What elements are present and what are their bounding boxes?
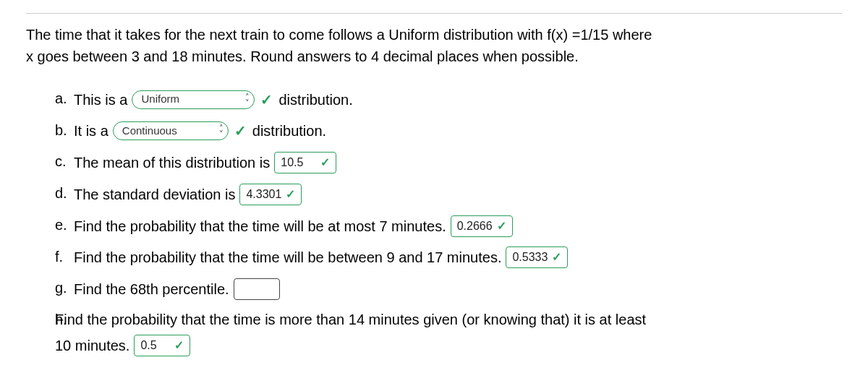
select-a[interactable]: Uniform ˄ ˅ bbox=[132, 90, 255, 109]
item-g: g. Find the 68th percentile. bbox=[55, 277, 842, 300]
question-list: a. This is a Uniform ˄ ˅ ✓ distribution.… bbox=[26, 87, 842, 356]
answer-f[interactable]: 0.5333 ✓ bbox=[506, 246, 568, 268]
check-icon: ✓ bbox=[234, 120, 247, 142]
answer-e-value: 0.2666 bbox=[457, 218, 493, 235]
answer-d-value: 4.3301 bbox=[246, 186, 281, 203]
item-b-prefix: It is a bbox=[74, 120, 109, 142]
item-b: b. It is a Continuous ˄ ˅ ✓ distribution… bbox=[55, 119, 842, 142]
item-d: d. The standard deviation is 4.3301 ✓ bbox=[55, 182, 842, 205]
answer-c[interactable]: 10.5 ✓ bbox=[274, 152, 336, 173]
check-icon: ✓ bbox=[286, 186, 295, 203]
answer-h-value: 0.5 bbox=[140, 337, 156, 354]
marker-b: b. bbox=[55, 119, 67, 141]
answer-h[interactable]: 0.5 ✓ bbox=[134, 335, 190, 356]
item-h-line2-prefix: 10 minutes. bbox=[55, 335, 129, 356]
chevron-up-down-icon: ˄ ˅ bbox=[245, 94, 250, 106]
top-rule bbox=[26, 13, 842, 14]
check-icon: ✓ bbox=[552, 249, 561, 266]
marker-h: h. bbox=[55, 309, 67, 330]
chevron-up-down-icon: ˄ ˅ bbox=[219, 125, 224, 137]
answer-d[interactable]: 4.3301 ✓ bbox=[239, 184, 302, 205]
marker-f: f. bbox=[55, 246, 63, 267]
select-a-value: Uniform bbox=[141, 91, 241, 108]
item-g-prefix: Find the 68th percentile. bbox=[74, 278, 229, 300]
item-a-prefix: This is a bbox=[74, 89, 127, 111]
item-a-suffix: distribution. bbox=[278, 89, 352, 111]
item-c-prefix: The mean of this distribution is bbox=[74, 152, 270, 173]
item-e: e. Find the probability that the time wi… bbox=[55, 214, 842, 237]
marker-g: g. bbox=[55, 277, 67, 299]
item-d-prefix: The standard deviation is bbox=[74, 184, 235, 205]
prompt-line-1: The time that it takes for the next trai… bbox=[26, 24, 842, 46]
item-h: h. Find the probability that the time is… bbox=[55, 309, 842, 356]
item-h-line1: Find the probability that the time is mo… bbox=[55, 309, 842, 330]
item-b-suffix: distribution. bbox=[252, 120, 326, 142]
item-e-prefix: Find the probability that the time will … bbox=[74, 215, 446, 237]
item-f: f. Find the probability that the time wi… bbox=[55, 246, 842, 269]
item-c: c. The mean of this distribution is 10.5… bbox=[55, 150, 842, 173]
marker-c: c. bbox=[55, 150, 67, 172]
select-b[interactable]: Continuous ˄ ˅ bbox=[113, 121, 229, 140]
item-a: a. This is a Uniform ˄ ˅ ✓ distribution. bbox=[55, 87, 842, 111]
prompt-line-2: x goes between 3 and 18 minutes. Round a… bbox=[26, 46, 842, 67]
item-f-prefix: Find the probability that the time will … bbox=[74, 246, 501, 268]
check-icon: ✓ bbox=[497, 218, 506, 235]
marker-a: a. bbox=[55, 87, 67, 109]
select-b-value: Continuous bbox=[122, 123, 215, 140]
answer-g[interactable] bbox=[234, 278, 280, 300]
answer-f-value: 0.5333 bbox=[512, 249, 548, 266]
answer-e[interactable]: 0.2666 ✓ bbox=[451, 215, 513, 237]
check-icon: ✓ bbox=[260, 89, 273, 111]
check-icon: ✓ bbox=[174, 337, 184, 354]
question-prompt: The time that it takes for the next trai… bbox=[26, 24, 842, 67]
check-icon: ✓ bbox=[320, 154, 330, 171]
answer-c-value: 10.5 bbox=[281, 154, 303, 171]
marker-d: d. bbox=[55, 182, 67, 204]
marker-e: e. bbox=[55, 214, 67, 236]
